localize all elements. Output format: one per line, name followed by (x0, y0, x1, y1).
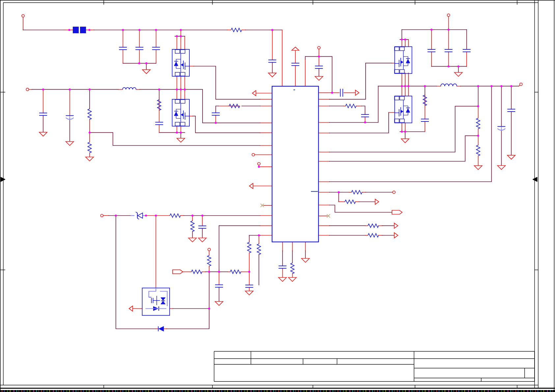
resistor-symbol (476, 118, 480, 129)
junction-dot (68, 29, 70, 31)
net-arrow-icon (355, 90, 359, 95)
junction-dot (145, 215, 147, 217)
junction-dot (477, 85, 479, 87)
junction-dot (510, 85, 512, 87)
inductor-symbol (441, 84, 457, 86)
aux-mosfet-box (142, 288, 170, 315)
wire (362, 106, 365, 115)
junction-dot (145, 62, 147, 64)
ground-icon (289, 277, 296, 281)
junction-dot (180, 89, 182, 91)
capacitor-symbol (155, 122, 163, 124)
junction-dot (184, 89, 186, 91)
resistor-symbol (229, 104, 240, 108)
capacitor-symbol (215, 285, 223, 287)
capacitor-symbol (421, 119, 429, 121)
wire (329, 86, 491, 182)
junction-dot (258, 166, 260, 168)
diode-symbol (158, 327, 164, 331)
net-arrow-icon (394, 233, 398, 238)
inductor-symbol (123, 88, 136, 90)
wires (23, 16, 520, 329)
ground-icon (142, 70, 150, 74)
center-mark-arrow-left (1, 177, 5, 182)
junction-dot (215, 122, 217, 124)
wire (519, 85, 520, 86)
capacitor-symbol (135, 47, 143, 50)
ground-icon (39, 132, 47, 136)
capacitor-symbol (315, 66, 323, 68)
fuse-symbol (73, 27, 86, 33)
resistor-symbol (231, 28, 242, 32)
junction-dot (490, 85, 492, 87)
junction-dot (176, 35, 178, 37)
capacitor-symbol (463, 49, 471, 52)
schematic-canvas (0, 0, 555, 392)
junction-dot (115, 215, 117, 217)
junction-dot (331, 92, 333, 94)
zener-diode-symbol (136, 212, 143, 219)
mosfet-symbol (395, 47, 412, 74)
wire (216, 106, 218, 113)
main-ic-body (272, 86, 319, 242)
capacitor-symbol (198, 226, 206, 228)
ground-icon (507, 155, 515, 159)
resistor-symbol (345, 200, 355, 204)
resistor-symbol (291, 263, 294, 274)
terminal-pin-icon (258, 163, 260, 165)
junction-dot (424, 85, 426, 87)
junction-dot (271, 29, 273, 31)
capacitor-symbol (152, 47, 160, 50)
wire (116, 216, 156, 329)
net-arrow-icon (249, 183, 253, 189)
capacitor-symbol (279, 266, 287, 268)
ground-icon (245, 291, 253, 295)
junction-dot (458, 65, 459, 67)
net-arrow-icon (252, 91, 256, 96)
junction-dot (42, 89, 44, 91)
junction-dot (404, 131, 406, 133)
ground-icon (455, 72, 462, 76)
ground-icon (279, 277, 287, 281)
terminal-pin-icon (393, 191, 395, 194)
terminal-pin-icon (208, 248, 210, 251)
junction-dot (430, 29, 432, 31)
junction-dot (401, 85, 403, 87)
junction-dot (448, 65, 450, 67)
junction-dot (407, 85, 409, 87)
capacitor-symbol (428, 49, 435, 52)
junction-dot (138, 29, 140, 31)
resistor-symbol (88, 142, 92, 153)
capacitor-symbol (245, 285, 253, 287)
resistor-symbol (208, 255, 211, 266)
junction-dot (191, 215, 193, 217)
resistor-symbol (346, 104, 356, 108)
net-flag-icon (173, 270, 183, 274)
junction-dot (248, 271, 250, 273)
junction-dot (201, 215, 203, 217)
net-arrow-icon (394, 223, 398, 228)
polarized-capacitor-symbol (66, 116, 74, 120)
ground-icon (86, 157, 94, 161)
terminal-pin-icon (100, 214, 103, 217)
schematic-sheet (0, 0, 555, 392)
terminal-pin-icon (22, 14, 24, 17)
capacitor-symbol (119, 47, 127, 50)
junction-dot (155, 29, 157, 31)
ground-icon (497, 166, 505, 170)
net-flag-icon (392, 210, 402, 214)
capacitor-symbol (507, 109, 515, 112)
junction-dot (69, 89, 71, 91)
junction-dot (338, 191, 340, 193)
wire (167, 309, 209, 329)
ground-icon (66, 142, 74, 145)
ground-icon (188, 238, 196, 242)
resistor-symbol (230, 270, 241, 274)
terminal-pin-icon (447, 14, 450, 16)
resistor-symbol (191, 270, 202, 274)
capacitor-symbol (39, 113, 47, 115)
ground-icon (474, 166, 482, 170)
junction-dot (89, 89, 91, 91)
resistor-symbol (170, 214, 180, 218)
capacitor-symbol (340, 89, 343, 97)
